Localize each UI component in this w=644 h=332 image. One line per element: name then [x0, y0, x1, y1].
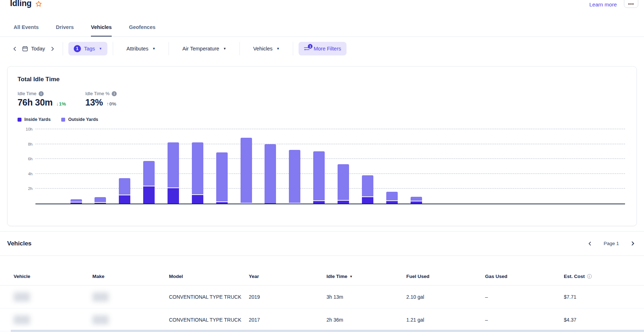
idle-time-metric: Idle Time i 76h 30m ↓1% [18, 91, 66, 108]
tags-filter-dropdown[interactable]: 1 Tags ▼ [68, 42, 108, 55]
redacted-value [92, 315, 109, 324]
arrow-down-icon: ↓ [56, 101, 59, 107]
tags-filter-label: Tags [84, 46, 95, 52]
chart-legend: Inside Yards Outside Yards [18, 117, 626, 122]
bar-segment-inside-yards [95, 202, 106, 204]
attributes-filter-label: Attributes [126, 46, 148, 52]
stacked-bar[interactable] [119, 129, 130, 204]
stacked-bar[interactable] [362, 129, 373, 204]
metric-delta: ↑0% [106, 101, 116, 107]
info-icon[interactable]: i [112, 91, 117, 96]
stacked-bar[interactable] [241, 129, 252, 204]
stacked-bar[interactable] [216, 129, 228, 204]
stacked-bar[interactable] [168, 129, 179, 204]
stacked-bar[interactable] [338, 129, 349, 204]
bar-segment-inside-yards [362, 196, 373, 204]
tab-vehicles[interactable]: Vehicles [91, 24, 112, 36]
filter-bar: Today 1 Tags ▼ Attributes ▼ Air Temperat… [10, 42, 644, 56]
y-axis-tick-label: 10h [19, 127, 33, 131]
more-filters-count-badge: 1 [308, 44, 313, 49]
bar-segment-outside-yards [265, 144, 276, 203]
cell-fuel-used: 2.10 gal [406, 294, 485, 300]
attributes-filter-dropdown[interactable]: Attributes ▼ [118, 46, 163, 52]
idle-time-pct-metric: Idle Time % i 13% ↑0% [85, 91, 117, 108]
overflow-menu-button[interactable]: ••• [624, 0, 638, 8]
legend-item-outside-yards[interactable]: Outside Yards [61, 117, 98, 122]
column-header-est-cost[interactable]: Est. Costi [564, 274, 644, 279]
redacted-value [14, 292, 30, 302]
metric-value: 13% [85, 97, 103, 108]
date-prev-button[interactable] [10, 44, 19, 54]
divider [239, 42, 240, 55]
legend-swatch [18, 118, 21, 122]
learn-more-link[interactable]: Learn more [589, 1, 617, 8]
page-title: Idling [10, 0, 32, 8]
divider [169, 42, 169, 55]
tab-geofences[interactable]: Geofences [129, 24, 155, 36]
air-temperature-filter-dropdown[interactable]: Air Temperature ▼ [174, 46, 234, 52]
date-next-button[interactable] [48, 44, 57, 54]
cell-gas-used: – [485, 317, 564, 323]
bar-segment-outside-yards [362, 175, 373, 196]
y-axis-tick-label: 6h [19, 157, 33, 161]
more-filters-label: More Filters [314, 46, 341, 52]
stacked-bar[interactable] [143, 129, 155, 204]
stacked-bar[interactable] [386, 129, 398, 204]
chevron-down-icon: ▼ [99, 47, 102, 50]
tab-drivers[interactable]: Drivers [56, 24, 74, 36]
stacked-bar[interactable] [192, 129, 203, 204]
chevron-down-icon: ▼ [276, 47, 280, 50]
column-header-gas-used[interactable]: Gas Used [485, 274, 564, 279]
horizontal-scrollbar[interactable] [11, 330, 644, 332]
info-icon[interactable]: i [587, 274, 592, 279]
cell-vehicle [14, 315, 92, 324]
column-header-idle-time[interactable]: Idle Time▼ [326, 274, 406, 279]
bar-segment-inside-yards [386, 200, 398, 204]
bar-segment-inside-yards [168, 187, 179, 204]
favorite-star-icon[interactable] [35, 0, 42, 8]
bar-segment-outside-yards [119, 178, 130, 195]
y-axis-tick-label: 4h [19, 172, 33, 176]
column-header-fuel-used[interactable]: Fuel Used [406, 274, 485, 279]
bar-segment-inside-yards [71, 202, 82, 204]
vehicles-section-header: Vehicles Page 1 [0, 231, 644, 256]
page-prev-button[interactable] [586, 239, 594, 248]
page-next-button[interactable] [628, 239, 637, 248]
cell-fuel-used: 1.21 gal [406, 317, 485, 323]
metric-delta: ↓1% [56, 101, 66, 107]
stacked-bar[interactable] [71, 129, 82, 204]
cell-vehicle [14, 292, 92, 302]
date-picker[interactable]: Today [22, 46, 45, 52]
stacked-bar[interactable] [289, 129, 300, 204]
table-row[interactable]: CONVENTIONAL TYPE TRUCK20193h 13m2.10 ga… [0, 285, 644, 308]
column-header-year[interactable]: Year [249, 274, 326, 279]
tab-all-events[interactable]: All Events [14, 24, 39, 36]
bar-segment-inside-yards [289, 203, 300, 204]
chevron-down-icon: ▼ [152, 47, 156, 50]
y-axis-tick-label: 8h [19, 142, 33, 146]
bar-segment-inside-yards [338, 200, 349, 204]
stacked-bar[interactable] [411, 129, 422, 204]
calendar-icon [22, 46, 28, 52]
bar-segment-outside-yards [411, 197, 422, 200]
column-header-model[interactable]: Model [169, 274, 249, 279]
divider [113, 42, 113, 55]
info-icon[interactable]: i [39, 91, 44, 96]
metric-value: 76h 30m [18, 97, 53, 108]
metric-label: Idle Time [18, 91, 37, 96]
stacked-bar[interactable] [95, 129, 106, 204]
air-temperature-filter-label: Air Temperature [182, 46, 219, 52]
column-header-vehicle[interactable]: Vehicle [14, 274, 92, 279]
divider [63, 42, 63, 55]
tags-count-badge: 1 [74, 45, 81, 52]
stacked-bar[interactable] [265, 129, 276, 204]
stacked-bar[interactable] [313, 129, 325, 204]
column-header-make[interactable]: Make [92, 274, 169, 279]
card-title: Total Idle Time [18, 76, 626, 83]
table-row[interactable]: CONVENTIONAL TYPE TRUCK20172h 36m1.21 ga… [0, 308, 644, 331]
bar-segment-outside-yards [216, 152, 228, 201]
bar-segment-outside-yards [95, 197, 106, 202]
vehicles-filter-dropdown[interactable]: Vehicles ▼ [245, 46, 287, 52]
legend-item-inside-yards[interactable]: Inside Yards [18, 117, 50, 122]
more-filters-button[interactable]: 1 More Filters [299, 42, 347, 55]
